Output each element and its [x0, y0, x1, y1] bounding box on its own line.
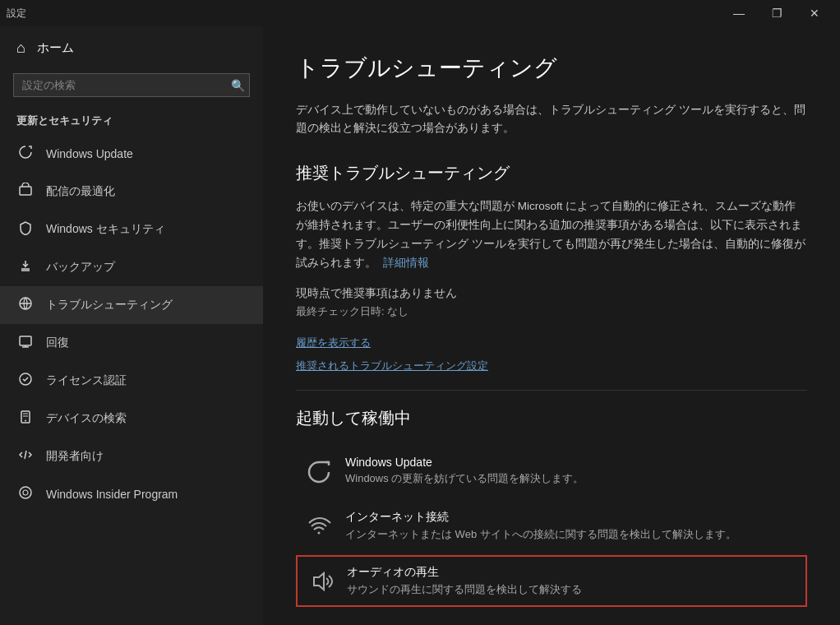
sidebar-item-label: Windows Update [46, 147, 133, 160]
sidebar-item-label: バックアップ [46, 260, 115, 275]
home-icon: ⌂ [16, 39, 25, 57]
page-description: デバイス上で動作していないものがある場合は、トラブルシューティング ツールを実行… [296, 100, 807, 137]
sidebar-item-backup[interactable]: バックアップ [0, 248, 263, 286]
history-link[interactable]: 履歴を表示する [296, 336, 807, 350]
sidebar-item-label: Windows Insider Program [46, 488, 178, 501]
wifi-icon [304, 512, 334, 541]
backup-icon [16, 258, 35, 276]
status-text: 現時点で推奨事項はありません [296, 286, 807, 301]
window-controls: — ❐ ✕ [720, 0, 833, 26]
item-desc: サウンドの再生に関する問題を検出して解決する [347, 582, 582, 597]
item-desc: インターネットまたは Web サイトへの接続に関する問題を検出して解決します。 [345, 527, 736, 542]
item-name: インターネット接続 [345, 510, 736, 525]
sidebar-item-label: ライセンス認証 [46, 373, 127, 388]
sidebar-item-label: 配信の最適化 [46, 184, 115, 199]
sidebar-section-title: 更新とセキュリティ [0, 107, 263, 135]
home-label: ホーム [37, 40, 74, 56]
troubleshoot-item-internet[interactable]: インターネット接続 インターネットまたは Web サイトへの接続に関する問題を検… [296, 500, 807, 552]
sidebar-item-label: デバイスの検索 [46, 411, 127, 426]
sidebar-item-license[interactable]: ライセンス認証 [0, 362, 263, 400]
item-name: オーディオの再生 [347, 565, 582, 580]
search-icon-button[interactable]: 🔍 [231, 79, 245, 92]
item-desc: Windows の更新を妨げている問題を解決します。 [345, 471, 584, 486]
audio-icon [306, 567, 335, 596]
sidebar: ⌂ ホーム 🔍 更新とセキュリティ Windows Update [0, 26, 263, 625]
main-content: トラブルシューティング デバイス上で動作していないものがある場合は、トラブルシュ… [263, 26, 840, 625]
troubleshoot-icon [16, 296, 35, 314]
svg-rect-0 [20, 187, 31, 195]
app-title: 設定 [7, 7, 26, 21]
svg-marker-16 [314, 573, 324, 590]
item-info: Windows Update Windows の更新を妨げている問題を解決します… [345, 456, 584, 486]
sidebar-home-item[interactable]: ⌂ ホーム [0, 26, 263, 70]
svg-rect-3 [20, 336, 31, 345]
sidebar-item-label: トラブルシューティング [46, 298, 173, 312]
troubleshoot-item-audio[interactable]: オーディオの再生 サウンドの再生に関する問題を検出して解決する [296, 555, 807, 607]
svg-point-8 [25, 420, 26, 422]
running-section-title: 起動して稼働中 [296, 407, 807, 429]
search-box: 🔍 [13, 73, 250, 97]
item-name: Windows Update [345, 456, 584, 469]
sidebar-item-label: Windows セキュリティ [46, 222, 165, 237]
minimize-button[interactable]: — [720, 0, 758, 26]
item-info: オーディオの再生 サウンドの再生に関する問題を検出して解決する [347, 565, 582, 597]
title-bar: 設定 — ❐ ✕ [0, 0, 840, 26]
delivery-icon [16, 183, 35, 201]
svg-point-15 [318, 531, 321, 534]
sidebar-item-recovery[interactable]: 回復 [0, 324, 263, 362]
update-icon [16, 145, 35, 163]
sidebar-item-windows-update[interactable]: Windows Update [0, 135, 263, 173]
sidebar-item-troubleshoot[interactable]: トラブルシューティング [0, 286, 263, 324]
insider-icon [16, 485, 35, 503]
sidebar-item-label: 開発者向け [46, 449, 104, 464]
sidebar-item-developer[interactable]: 開発者向け [0, 438, 263, 475]
developer-icon [16, 447, 35, 465]
windows-update-icon [304, 457, 334, 487]
close-button[interactable]: ✕ [796, 0, 833, 26]
svg-point-13 [23, 490, 28, 495]
svg-point-12 [20, 487, 31, 498]
last-check-text: 最終チェック日時: なし [296, 304, 807, 319]
page-title: トラブルシューティング [296, 53, 807, 84]
sidebar-item-device-find[interactable]: デバイスの検索 [0, 400, 263, 438]
app-container: ⌂ ホーム 🔍 更新とセキュリティ Windows Update [0, 26, 840, 625]
item-info: インターネット接続 インターネットまたは Web サイトへの接続に関する問題を検… [345, 510, 736, 542]
troubleshoot-item-windows-update[interactable]: Windows Update Windows の更新を妨げている問題を解決します… [296, 446, 807, 497]
shield-icon [16, 220, 35, 238]
license-icon [16, 372, 35, 390]
search-input[interactable] [13, 73, 250, 97]
recommended-description: お使いのデバイスは、特定の重大な問題が Microsoft によって自動的に修正… [296, 197, 807, 273]
svg-line-11 [25, 451, 26, 459]
recovery-icon [16, 334, 35, 352]
settings-link[interactable]: 推奨されるトラブルシューティング設定 [296, 359, 807, 373]
recommended-section-title: 推奨トラブルシューティング [296, 162, 807, 184]
sidebar-item-security[interactable]: Windows セキュリティ [0, 211, 263, 248]
device-find-icon [16, 410, 35, 428]
sidebar-item-insider[interactable]: Windows Insider Program [0, 475, 263, 513]
restore-button[interactable]: ❐ [758, 0, 796, 26]
sidebar-item-delivery[interactable]: 配信の最適化 [0, 173, 263, 211]
detail-link[interactable]: 詳細情報 [383, 257, 429, 269]
divider [296, 390, 807, 391]
sidebar-item-label: 回復 [46, 336, 69, 350]
